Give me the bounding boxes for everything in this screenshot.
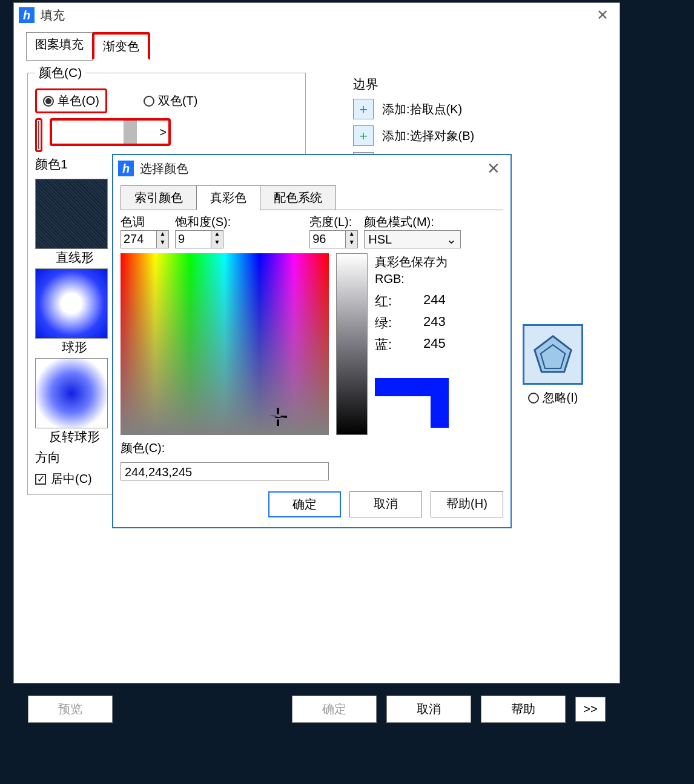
close-icon[interactable]: ✕ — [590, 7, 615, 24]
color-preview-swatch — [375, 378, 449, 428]
radio-icon — [528, 393, 539, 404]
color-picker-dialog: h 选择颜色 ✕ 索引颜色 真彩色 配色系统 色调 274 ▲▼ 饱和度(S):… — [112, 154, 512, 528]
ignore-label: 忽略(I) — [543, 390, 578, 406]
pentagon-icon — [523, 324, 583, 385]
radio-icon — [43, 96, 54, 107]
color-swatch-primary[interactable] — [38, 121, 39, 149]
centered-label: 居中(C) — [51, 471, 92, 487]
preview-button[interactable]: 预览 — [28, 696, 113, 723]
mode-label: 颜色模式(M): — [364, 214, 461, 230]
spin-up-icon[interactable]: ▲ — [211, 231, 223, 239]
color-legend: 颜色(C) — [35, 64, 85, 81]
spin-down-icon[interactable]: ▼ — [157, 239, 168, 248]
color-rgb-input[interactable]: 244,243,245 — [121, 462, 329, 480]
more-button[interactable]: >> — [575, 697, 606, 722]
titlebar: h 填充 ✕ — [14, 3, 620, 27]
tab-index-color[interactable]: 索引颜色 — [121, 185, 197, 210]
spin-up-icon[interactable]: ▲ — [157, 231, 168, 239]
picker-title: 选择颜色 — [140, 161, 481, 177]
gradient-preset-linear[interactable]: 直线形 — [35, 179, 114, 266]
red-value: 244 — [423, 292, 460, 310]
chevron-down-icon: ⌄ — [446, 232, 457, 247]
saturation-input[interactable]: 9 ▲▼ — [175, 230, 223, 248]
green-value: 243 — [423, 314, 460, 332]
tab-color-books[interactable]: 配色系统 — [260, 185, 336, 210]
color-mode-select[interactable]: HSL ⌄ — [364, 230, 461, 248]
picker-ok-button[interactable]: 确定 — [268, 491, 341, 517]
island-ignore-option[interactable]: 忽略(I) — [523, 324, 583, 407]
gradient-slider[interactable]: > — [50, 118, 171, 146]
tab-gradient[interactable]: 渐变色 — [92, 32, 150, 61]
rgb-label: RGB: — [375, 272, 405, 285]
sat-label: 饱和度(S): — [175, 214, 231, 230]
ok-button[interactable]: 确定 — [292, 696, 377, 723]
lum-label: 亮度(L): — [309, 214, 358, 230]
blue-value: 245 — [423, 336, 460, 354]
hue-input[interactable]: 274 ▲▼ — [121, 230, 169, 248]
svg-marker-0 — [535, 336, 571, 372]
crosshair-icon — [269, 408, 287, 426]
picker-titlebar: h 选择颜色 ✕ — [113, 155, 511, 182]
color-field-label: 颜色(C): — [121, 440, 503, 456]
gradient-preset-sphere-reverse[interactable]: 反转球形 — [35, 358, 114, 445]
tab-true-color[interactable]: 真彩色 — [196, 185, 260, 210]
rgb-readout: 真彩色保存为 RGB: 红:244 绿:243 蓝:245 — [375, 253, 503, 435]
save-as-label: 真彩色保存为 — [375, 255, 448, 268]
app-icon: h — [19, 7, 35, 23]
gradient-preset-sphere[interactable]: 球形 — [35, 268, 114, 356]
cancel-button[interactable]: 取消 — [386, 696, 471, 723]
centered-checkbox[interactable] — [35, 474, 46, 485]
hue-saturation-map[interactable] — [121, 253, 329, 435]
app-icon: h — [118, 161, 134, 176]
boundary-legend: 边界 — [353, 76, 607, 93]
main-tabs: 图案填充 渐变色 — [26, 32, 150, 61]
spin-down-icon[interactable]: ▼ — [211, 239, 223, 248]
luminance-input[interactable]: 96 ▲▼ — [309, 230, 358, 248]
select-object-icon[interactable]: ＋ — [353, 125, 374, 146]
lightness-slider[interactable] — [336, 253, 368, 435]
pick-point-icon[interactable]: ＋ — [353, 99, 374, 119]
radio-icon — [144, 96, 154, 107]
picker-cancel-button[interactable]: 取消 — [349, 491, 422, 517]
spin-up-icon[interactable]: ▲ — [346, 231, 357, 239]
close-icon[interactable]: ✕ — [481, 159, 506, 178]
pick-point-label: 添加:拾取点(K) — [382, 101, 462, 118]
radio-double-color[interactable]: 双色(T) — [144, 93, 198, 109]
red-label: 红: — [375, 292, 411, 310]
tab-pattern-fill[interactable]: 图案填充 — [26, 32, 93, 61]
select-object-label: 添加:选择对象(B) — [382, 128, 474, 144]
picker-tabs: 索引颜色 真彩色 配色系统 — [121, 185, 503, 210]
spin-down-icon[interactable]: ▼ — [346, 239, 357, 248]
window-title: 填充 — [41, 7, 590, 24]
dialog-buttons: 预览 确定 取消 帮助 >> — [13, 691, 620, 727]
slider-knob[interactable] — [124, 121, 137, 144]
picker-help-button[interactable]: 帮助(H) — [431, 491, 503, 517]
radio-single-color[interactable]: 单色(O) — [35, 88, 107, 113]
hue-label: 色调 — [121, 214, 169, 230]
blue-label: 蓝: — [375, 336, 411, 354]
chevron-right-icon[interactable]: > — [157, 125, 168, 139]
green-label: 绿: — [375, 314, 411, 332]
help-button[interactable]: 帮助 — [481, 696, 566, 723]
